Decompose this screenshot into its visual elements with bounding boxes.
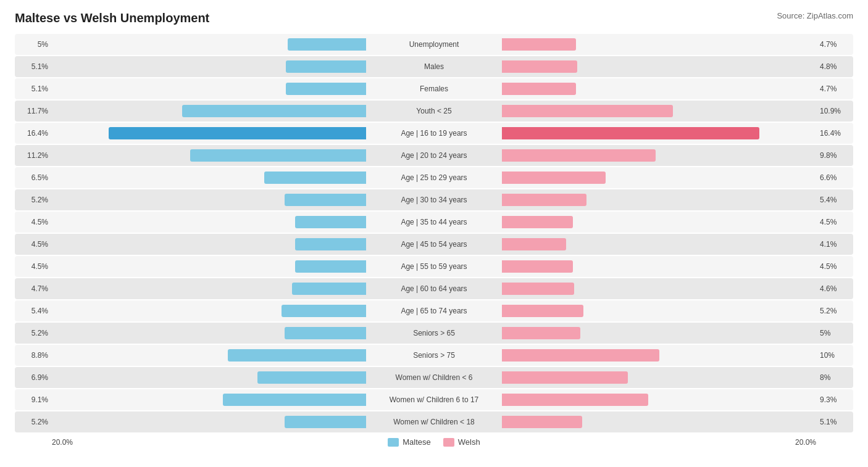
left-value: 5.1% [15,62,52,71]
right-value: 4.7% [816,85,853,93]
chart-area: 8.8% Seniors > 75 10% [15,347,853,364]
center-label: Age | 25 to 29 years [366,173,502,182]
left-value: 5.2% [15,196,52,204]
pink-bar [502,394,648,406]
right-bar-area [502,371,816,384]
table-row: 4.5% Age | 35 to 44 years 4.5% [15,212,853,233]
pink-bar [502,60,577,73]
right-bar-area [502,394,816,406]
left-bar-area [52,60,366,73]
table-row: 5.1% Females 4.7% [15,78,853,99]
chart-area: 5.1% Females 4.7% [15,80,853,97]
table-row: 4.5% Age | 55 to 59 years 4.5% [15,256,853,277]
center-label: Age | 20 to 24 years [366,151,502,160]
pink-bar [502,327,580,339]
left-value: 4.5% [15,240,52,249]
chart-area: 5.2% Seniors > 65 5% [15,324,853,342]
right-bar-area [502,105,816,117]
legend-maltese-box [388,438,399,447]
blue-bar [295,260,366,273]
center-label: Age | 45 to 54 years [366,240,502,249]
chart-area: 4.5% Age | 35 to 44 years 4.5% [15,213,853,231]
chart-area: 4.5% Age | 55 to 59 years 4.5% [15,258,853,275]
pink-bar [502,260,573,273]
blue-bar [228,349,366,362]
right-value: 4.5% [816,262,853,271]
pink-bar [502,83,576,95]
left-bar-area [52,394,366,406]
center-label: Seniors > 75 [366,351,502,360]
right-value: 4.1% [816,240,853,249]
right-bar-area [502,194,816,206]
left-value: 5% [15,40,52,49]
chart-area: 6.9% Women w/ Children < 6 8% [15,369,853,386]
right-value: 6.6% [816,173,853,182]
blue-bar [286,60,366,73]
blue-bar [109,127,366,139]
blue-bar [288,38,366,51]
left-value: 8.8% [15,351,52,360]
left-bar-area [52,38,366,51]
center-label: Age | 55 to 59 years [366,262,502,271]
right-value: 5.2% [816,307,853,315]
table-row: 4.5% Age | 45 to 54 years 4.1% [15,234,853,255]
legend-maltese: Maltese [388,437,431,447]
chart-area: 5.2% Women w/ Children < 18 5.1% [15,413,853,431]
left-bar-area [52,194,366,206]
left-bar-area [52,305,366,317]
chart-area: 9.1% Women w/ Children 6 to 17 9.3% [15,391,853,408]
left-bar-area [52,283,366,295]
table-row: 5.2% Age | 30 to 34 years 5.4% [15,189,853,210]
chart-area: 4.5% Age | 45 to 54 years 4.1% [15,236,853,253]
left-value: 6.5% [15,173,52,182]
center-label: Age | 16 to 19 years [366,129,502,138]
chart-area: 4.7% Age | 60 to 64 years 4.6% [15,280,853,297]
blue-bar [286,83,366,95]
pink-bar [502,283,574,295]
left-value: 11.7% [15,107,52,115]
pink-bar [502,38,576,51]
left-bar-area [52,416,366,428]
pink-bar [502,416,582,428]
left-value: 11.2% [15,151,52,160]
blue-bar [295,238,366,250]
right-bar-area [502,327,816,339]
left-bar-area [52,172,366,184]
pink-bar [502,238,566,250]
chart-legend: Maltese Welsh [388,437,480,447]
left-value: 6.9% [15,373,52,382]
center-label: Age | 35 to 44 years [366,218,502,226]
blue-bar [295,216,366,228]
right-bar-area [502,60,816,73]
blue-bar [257,371,366,384]
table-row: 5.4% Age | 65 to 74 years 5.2% [15,300,853,321]
right-bar-area [502,283,816,295]
chart-footer: 20.0% Maltese Welsh 20.0% [15,437,853,447]
chart-area: 5% Unemployment 4.7% [15,36,853,53]
left-bar-area [52,371,366,384]
table-row: 6.9% Women w/ Children < 6 8% [15,367,853,388]
table-row: 16.4% Age | 16 to 19 years 16.4% [15,123,853,144]
center-label: Women w/ Children < 18 [366,418,502,426]
right-value: 10.9% [816,107,853,115]
chart-container: Maltese vs Welsh Unemployment Source: Zi… [0,0,868,467]
legend-welsh-box [443,438,454,447]
chart-area: 5.4% Age | 65 to 74 years 5.2% [15,302,853,320]
right-bar-area [502,172,816,184]
left-value: 4.7% [15,284,52,293]
left-value: 9.1% [15,395,52,404]
right-bar-area [502,149,816,162]
right-bar-area [502,349,816,362]
right-bar-area [502,83,816,95]
pink-bar [502,172,606,184]
left-bar-area [52,327,366,339]
right-value: 5% [816,329,853,337]
table-row: 5% Unemployment 4.7% [15,34,853,55]
left-value: 5.4% [15,307,52,315]
table-row: 6.5% Age | 25 to 29 years 6.6% [15,167,853,188]
left-value: 5.2% [15,418,52,426]
right-value: 5.1% [816,418,853,426]
right-bar-area [502,38,816,51]
table-row: 9.1% Women w/ Children 6 to 17 9.3% [15,389,853,410]
chart-area: 6.5% Age | 25 to 29 years 6.6% [15,169,853,186]
